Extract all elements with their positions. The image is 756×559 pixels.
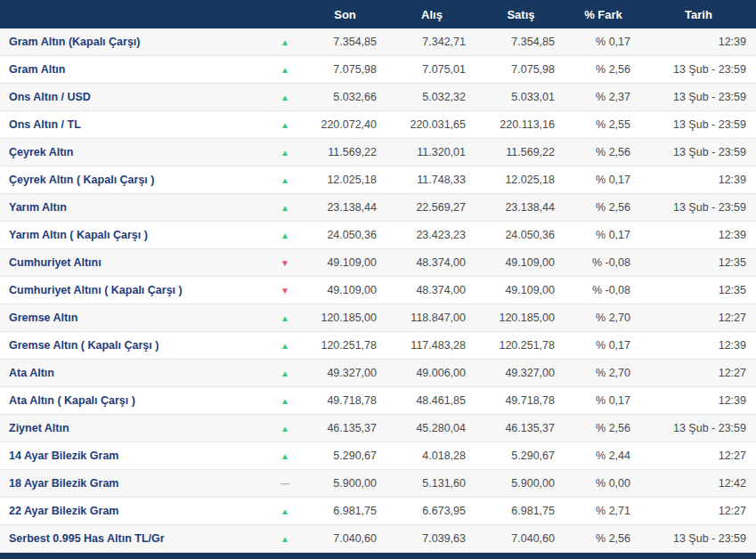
header-direction-col <box>267 0 303 28</box>
instrument-name-link[interactable]: Cumhuriyet Altını ( Kapalı Çarşı ) <box>0 277 267 304</box>
update-time: 12:42 <box>641 470 756 498</box>
header-alis: Alış <box>387 0 476 28</box>
buy-price: 4.018,28 <box>387 442 476 470</box>
table-row: Gremse Altın ( Kapalı Çarşı ) ▲ 120.251,… <box>0 332 756 360</box>
instrument-name-link[interactable]: Gremse Altın <box>0 304 267 332</box>
instrument-name-link[interactable]: 14 Ayar Bilezik Gram <box>0 442 267 470</box>
instrument-name-link[interactable]: Gram Altın <box>0 56 267 84</box>
instrument-name-link[interactable]: Çeyrek Altın ( Kapalı Çarşı ) <box>0 166 267 194</box>
buy-price: 5.032,32 <box>387 84 476 111</box>
update-time: 12:27 <box>641 360 756 387</box>
instrument-name-link[interactable]: Serbest 0.995 Has Altın TL/Gr <box>0 525 267 553</box>
up-arrow-icon: ▲ <box>280 341 289 351</box>
footer-bar <box>0 553 756 559</box>
instrument-name-link[interactable]: Yarım Altın <box>0 194 267 222</box>
sell-price: 120.185,00 <box>476 304 565 332</box>
up-arrow-icon: ▲ <box>280 37 289 47</box>
buy-price: 48.374,00 <box>387 249 476 277</box>
update-time: 12:39 <box>641 332 756 360</box>
up-arrow-icon: ▲ <box>280 396 289 406</box>
up-arrow-icon: ▲ <box>280 148 289 158</box>
instrument-name-link[interactable]: 18 Ayar Bilezik Gram <box>0 470 267 498</box>
instrument-name-link[interactable]: Cumhuriyet Altını <box>0 249 267 277</box>
direction-cell: ▲ <box>267 415 303 442</box>
percent-change: % 2,70 <box>565 360 641 387</box>
last-price: 220.072,40 <box>303 111 387 139</box>
percent-change: % 0,17 <box>565 222 641 249</box>
direction-cell: — <box>267 470 303 498</box>
instrument-name-link[interactable]: Gremse Altın ( Kapalı Çarşı ) <box>0 332 267 360</box>
up-arrow-icon: ▲ <box>280 231 289 240</box>
instrument-name-link[interactable]: Ata Altın <box>0 360 267 387</box>
instrument-name-link[interactable]: 22 Ayar Bilezik Gram <box>0 498 267 525</box>
update-time: 13 Şub - 23:59 <box>641 56 756 84</box>
direction-cell: ▲ <box>267 332 303 360</box>
buy-price: 11.320,01 <box>387 139 476 166</box>
table-row: Cumhuriyet Altını ( Kapalı Çarşı ) ▼ 49.… <box>0 277 756 304</box>
instrument-name-link[interactable]: Ziynet Altın <box>0 415 267 442</box>
table-row: Ziynet Altın ▲ 46.135,37 45.280,04 46.13… <box>0 415 756 442</box>
direction-cell: ▲ <box>267 498 303 525</box>
direction-cell: ▼ <box>267 277 303 304</box>
table-row: Ons Altın / TL ▲ 220.072,40 220.031,65 2… <box>0 111 756 139</box>
up-arrow-icon: ▲ <box>280 313 289 323</box>
instrument-name-link[interactable]: Yarım Altın ( Kapalı Çarşı ) <box>0 222 267 249</box>
percent-change: % 0,17 <box>565 28 641 56</box>
last-price: 7.075,98 <box>303 56 387 84</box>
table-row: Ata Altın ▲ 49.327,00 49.006,00 49.327,0… <box>0 360 756 387</box>
sell-price: 23.138,44 <box>476 194 565 222</box>
table-row: 14 Ayar Bilezik Gram ▲ 5.290,67 4.018,28… <box>0 442 756 470</box>
table-row: 18 Ayar Bilezik Gram — 5.900,00 5.131,60… <box>0 470 756 498</box>
sell-price: 49.718,78 <box>476 387 565 415</box>
direction-cell: ▼ <box>267 249 303 277</box>
last-price: 6.981,75 <box>303 498 387 525</box>
buy-price: 118.847,00 <box>387 304 476 332</box>
up-arrow-icon: ▲ <box>280 369 289 378</box>
sell-price: 6.981,75 <box>476 498 565 525</box>
up-arrow-icon: ▲ <box>280 203 289 213</box>
instrument-name-link[interactable]: Ons Altın / USD <box>0 84 267 111</box>
percent-change: % 2,70 <box>565 304 641 332</box>
buy-price: 48.461,85 <box>387 387 476 415</box>
table-row: Cumhuriyet Altını ▼ 49.109,00 48.374,00 … <box>0 249 756 277</box>
update-time: 12:27 <box>641 304 756 332</box>
sell-price: 49.109,00 <box>476 249 565 277</box>
buy-price: 117.483,28 <box>387 332 476 360</box>
buy-price: 45.280,04 <box>387 415 476 442</box>
direction-cell: ▲ <box>267 111 303 139</box>
update-time: 12:35 <box>641 277 756 304</box>
last-price: 5.290,67 <box>303 442 387 470</box>
instrument-name-link[interactable]: Ons Altın / TL <box>0 111 267 139</box>
table-row: 22 Ayar Bilezik Gram ▲ 6.981,75 6.673,95… <box>0 498 756 525</box>
update-time: 12:27 <box>641 442 756 470</box>
direction-cell: ▲ <box>267 28 303 56</box>
percent-change: % 0,17 <box>565 332 641 360</box>
sell-price: 12.025,18 <box>476 166 565 194</box>
instrument-name-link[interactable]: Gram Altın (Kapalı Çarşı) <box>0 28 267 56</box>
table-row: Ons Altın / USD ▲ 5.032,66 5.032,32 5.03… <box>0 84 756 111</box>
direction-cell: ▲ <box>267 442 303 470</box>
sell-price: 7.075,98 <box>476 56 565 84</box>
update-time: 13 Şub - 23:59 <box>641 84 756 111</box>
percent-change: % 2,56 <box>565 139 641 166</box>
buy-price: 23.423,23 <box>387 222 476 249</box>
direction-cell: ▲ <box>267 84 303 111</box>
sell-price: 7.040,60 <box>476 525 565 553</box>
sell-price: 5.033,01 <box>476 84 565 111</box>
last-price: 46.135,37 <box>303 415 387 442</box>
update-time: 12:35 <box>641 249 756 277</box>
instrument-name-link[interactable]: Ata Altın ( Kapalı Çarşı ) <box>0 387 267 415</box>
direction-cell: ▲ <box>267 222 303 249</box>
instrument-name-link[interactable]: Çeyrek Altın <box>0 139 267 166</box>
last-price: 5.032,66 <box>303 84 387 111</box>
up-arrow-icon: ▲ <box>280 424 289 433</box>
buy-price: 220.031,65 <box>387 111 476 139</box>
table-row: Gram Altın (Kapalı Çarşı) ▲ 7.354,85 7.3… <box>0 28 756 56</box>
buy-price: 22.569,27 <box>387 194 476 222</box>
percent-change: % 2,55 <box>565 111 641 139</box>
buy-price: 7.342,71 <box>387 28 476 56</box>
last-price: 49.109,00 <box>303 277 387 304</box>
sell-price: 49.327,00 <box>476 360 565 387</box>
percent-change: % 0,17 <box>565 166 641 194</box>
last-price: 12.025,18 <box>303 166 387 194</box>
